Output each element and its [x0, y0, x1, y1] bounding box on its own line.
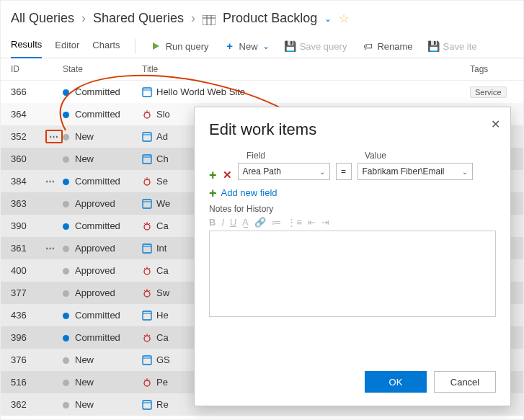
- number-list-icon[interactable]: ⋮≡: [287, 217, 302, 228]
- ellipsis-icon[interactable]: ⋯: [45, 243, 55, 254]
- chevron-down-icon: ⌄: [462, 168, 468, 176]
- value-label: Value: [365, 151, 480, 161]
- save-query-label: Save query: [300, 41, 347, 52]
- col-id[interactable]: ID: [11, 64, 45, 74]
- svg-line-38: [144, 335, 146, 336]
- svg-line-32: [144, 290, 146, 292]
- col-title[interactable]: Title: [142, 64, 470, 74]
- row-actions[interactable]: ⋯: [45, 131, 63, 142]
- ok-button[interactable]: OK: [365, 371, 427, 393]
- col-tags[interactable]: Tags: [470, 64, 513, 74]
- italic-icon[interactable]: I: [221, 217, 224, 228]
- tab-editor[interactable]: Editor: [55, 35, 79, 58]
- svg-point-20: [144, 224, 150, 230]
- add-new-field-link[interactable]: + Add new field: [209, 187, 496, 198]
- notes-label: Notes for History: [209, 204, 496, 214]
- state-dot-icon: [63, 335, 69, 341]
- save-query-button: 💾 Save query: [284, 38, 349, 55]
- new-button[interactable]: + New ⌄: [223, 38, 271, 55]
- row-actions[interactable]: ⋯: [45, 243, 63, 254]
- cell-title[interactable]: Hello World Web Site: [142, 86, 470, 98]
- play-icon: [151, 41, 161, 51]
- underline-icon[interactable]: U: [230, 217, 236, 228]
- cell-state: Committed: [63, 332, 142, 343]
- cell-id: 360: [11, 153, 45, 164]
- svg-point-30: [144, 291, 150, 297]
- svg-line-45: [148, 380, 150, 381]
- state-text: Committed: [75, 220, 120, 231]
- svg-line-39: [148, 335, 150, 336]
- rename-button[interactable]: 🏷 Rename: [361, 38, 414, 55]
- query-icon: [203, 14, 216, 24]
- title-text: Hello World Web Site: [156, 86, 245, 97]
- col-actions: [45, 64, 63, 74]
- tab-results[interactable]: Results: [11, 35, 42, 58]
- cell-state: Approved: [63, 198, 142, 209]
- notes-textarea[interactable]: [209, 231, 496, 317]
- svg-line-8: [144, 112, 146, 113]
- add-row-icon[interactable]: +: [209, 170, 217, 180]
- state-text: New: [75, 377, 94, 388]
- bug-icon: [142, 288, 152, 298]
- chevron-down-icon[interactable]: ⌄: [324, 14, 332, 24]
- cell-id: 436: [11, 310, 45, 321]
- richtext-toolbar: B I U A̲ 🔗 ≔ ⋮≡ ⇤ ⇥: [209, 214, 496, 231]
- row-actions[interactable]: ⋯: [45, 176, 63, 187]
- breadcrumb-root[interactable]: All Queries: [11, 11, 74, 26]
- ellipsis-icon[interactable]: ⋯: [45, 130, 63, 143]
- state-dot-icon: [63, 201, 69, 207]
- state-text: Approved: [75, 265, 115, 276]
- svg-rect-18: [143, 200, 151, 208]
- backlog-item-icon: [142, 243, 152, 254]
- title-text: Se: [156, 176, 168, 187]
- title-text: He: [156, 310, 169, 321]
- table-row[interactable]: 366CommittedHello World Web SiteService: [1, 81, 523, 103]
- col-state[interactable]: State: [63, 64, 142, 74]
- title-text: Ad: [156, 131, 168, 142]
- save-items-label: Save ite: [443, 41, 477, 52]
- indent-icon[interactable]: ⇥: [321, 217, 329, 228]
- cell-id: 396: [11, 332, 45, 343]
- favorite-star-icon[interactable]: ☆: [339, 12, 349, 25]
- bold-icon[interactable]: B: [209, 217, 216, 228]
- bullet-list-icon[interactable]: ≔: [272, 217, 281, 228]
- cell-id: 361: [11, 243, 45, 254]
- state-text: New: [75, 131, 94, 142]
- tag-chip[interactable]: Service: [470, 86, 507, 98]
- outdent-icon[interactable]: ⇤: [308, 217, 316, 228]
- svg-line-16: [144, 179, 146, 180]
- remove-row-icon[interactable]: ✕: [223, 170, 232, 180]
- state-dot-icon: [63, 223, 69, 230]
- cancel-button[interactable]: Cancel: [434, 371, 496, 393]
- cell-id: 364: [11, 109, 45, 120]
- bug-icon: [142, 266, 152, 276]
- value-dropdown[interactable]: Fabrikam Fiber\Email ⌄: [358, 163, 473, 180]
- state-dot-icon: [63, 89, 69, 96]
- svg-rect-4: [143, 88, 151, 97]
- breadcrumb-mid[interactable]: Shared Queries: [93, 11, 184, 26]
- svg-line-23: [148, 223, 150, 225]
- value-dropdown-value: Fabrikam Fiber\Email: [363, 166, 445, 177]
- title-text: Ca: [156, 220, 169, 231]
- close-icon[interactable]: ✕: [491, 117, 500, 131]
- title-text: Ch: [156, 153, 169, 164]
- field-label: Field: [247, 151, 339, 161]
- ellipsis-icon[interactable]: ⋯: [45, 176, 55, 187]
- svg-point-36: [144, 336, 150, 341]
- cell-state: New: [63, 153, 142, 164]
- state-dot-icon: [63, 112, 69, 118]
- state-dot-icon: [63, 246, 69, 252]
- backlog-item-icon: [142, 400, 152, 410]
- backlog-item-icon: [142, 87, 152, 97]
- font-icon[interactable]: A̲: [242, 217, 249, 228]
- link-icon[interactable]: 🔗: [254, 217, 266, 228]
- title-text: Sw: [156, 287, 169, 298]
- tab-charts[interactable]: Charts: [92, 35, 120, 58]
- run-query-button[interactable]: Run query: [150, 38, 210, 55]
- svg-rect-34: [143, 311, 151, 320]
- field-dropdown[interactable]: Area Path ⌄: [238, 163, 330, 180]
- backlog-item-icon: [142, 199, 152, 209]
- breadcrumb-leaf[interactable]: Product Backlog: [223, 11, 317, 26]
- svg-point-14: [144, 179, 150, 185]
- operator-dropdown[interactable]: =: [336, 163, 352, 180]
